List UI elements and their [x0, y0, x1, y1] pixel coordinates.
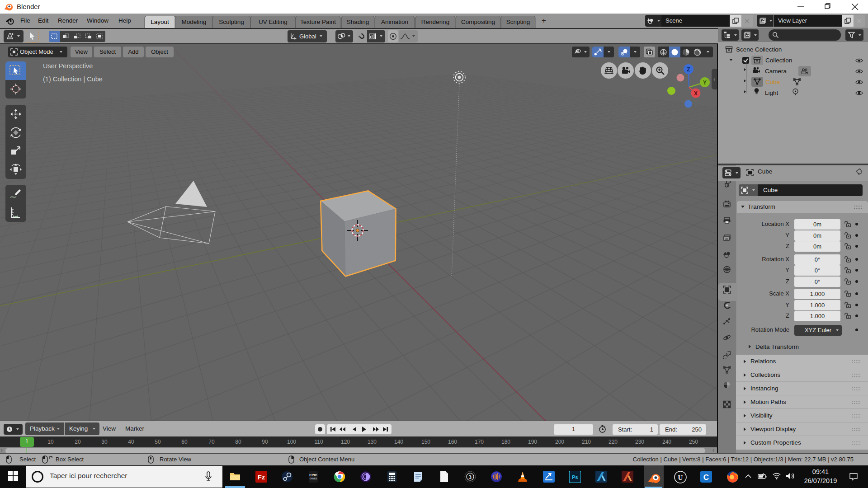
- svg-text:EPIC: EPIC: [309, 473, 317, 477]
- svg-text:Ps: Ps: [572, 474, 578, 480]
- svg-text:X: X: [694, 90, 698, 97]
- svg-text:C: C: [703, 473, 709, 482]
- svg-text:3: 3: [469, 474, 472, 480]
- svg-text:Fz: Fz: [258, 473, 265, 481]
- svg-text:U: U: [678, 474, 683, 481]
- svg-text:GAMES: GAMES: [310, 478, 317, 480]
- svg-text:Z: Z: [687, 66, 690, 73]
- svg-text:Y: Y: [703, 80, 707, 86]
